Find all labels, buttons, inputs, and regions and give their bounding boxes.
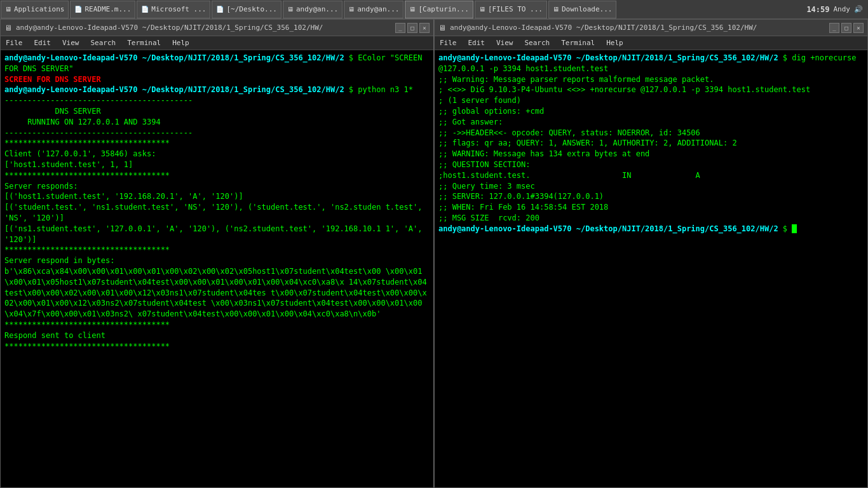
terminal-line: Client ('127.0.0.1', 35846) asks: — [4, 149, 430, 159]
taskbar-item-download[interactable]: 🖥 Downloade... — [548, 1, 616, 18]
left-titlebar-buttons: _ □ ✕ — [395, 23, 430, 33]
terminal-line: ;; Got answer: — [438, 117, 864, 128]
left-menu-search[interactable]: Search — [88, 39, 119, 47]
file-icon-3: 📄 — [216, 6, 224, 13]
left-terminal-menubar: File Edit View Search Terminal Help — [1, 36, 433, 50]
left-terminal-content[interactable]: andy@andy-Lenovo-Ideapad-V570 ~/Desktop/… — [1, 50, 433, 487]
right-terminal-icon: 🖥 — [438, 24, 446, 32]
taskbar-label-2: Microsoft ... — [151, 5, 206, 13]
applications-label: Applications — [14, 5, 64, 13]
file-icon-2: 📄 — [141, 6, 149, 13]
right-terminal-menubar: File Edit View Search Terminal Help — [435, 36, 867, 50]
taskbar-apps: 🖥 Applications 📄 README.m... 📄 Microsoft… — [0, 0, 801, 19]
right-menu-view[interactable]: View — [494, 39, 516, 47]
taskbar-system-tray: 14:59 Andy 🔊 — [801, 5, 868, 14]
taskbar: 🖥 Applications 📄 README.m... 📄 Microsoft… — [0, 0, 868, 19]
taskbar-label-6: [Capturin... — [418, 5, 468, 13]
taskbar-item-microsoft[interactable]: 📄 Microsoft ... — [137, 1, 210, 18]
terminal-line: [('host1.student.test', '192.168.20.1', … — [4, 191, 430, 202]
terminal-line: ;; SERVER: 127.0.0.1#3394(127.0.0.1) — [438, 191, 864, 202]
taskbar-item-readme[interactable]: 📄 README.m... — [70, 1, 135, 18]
taskbar-label-1: README.m... — [85, 5, 131, 13]
terminal-line: ;; WHEN: Fri Feb 16 14:58:54 EST 2018 — [438, 202, 864, 213]
left-close-btn[interactable]: ✕ — [419, 23, 430, 33]
terminal-line: ************************************ — [4, 341, 430, 352]
taskbar-item-terminal2[interactable]: 🖥 andy@an... — [344, 1, 403, 18]
left-menu-help[interactable]: Help — [170, 39, 192, 47]
right-close-btn[interactable]: ✕ — [853, 23, 864, 33]
terminal-icon-2: 🖥 — [348, 6, 355, 13]
right-menu-search[interactable]: Search — [522, 39, 553, 47]
right-terminal-titlebar: 🖥 andy@andy-Lenovo-Ideapad-V570 ~/Deskto… — [435, 20, 867, 36]
left-menu-terminal[interactable]: Terminal — [125, 39, 163, 47]
left-terminal-icon: 🖥 — [4, 24, 12, 32]
terminal-line: ; <<>> DiG 9.10.3-P4-Ubuntu <<>> +norecu… — [438, 85, 864, 95]
terminal-line: ;; Query time: 3 msec — [438, 181, 864, 192]
terminal-line: Server responds: — [4, 181, 430, 192]
right-minimize-btn[interactable]: _ — [829, 23, 839, 33]
terminal-icon-3: 🖥 — [409, 6, 416, 13]
terminal-line: ----------------------------------------… — [4, 95, 430, 106]
terminal-line: ['host1.student.test', 1, 1] — [4, 159, 430, 170]
left-terminal-title: andy@andy-Lenovo-Ideapad-V570 ~/Desktop/… — [16, 24, 395, 32]
terminal-line: ************************************ — [4, 245, 430, 255]
right-maximize-btn[interactable]: □ — [841, 23, 851, 33]
taskbar-label-4: andy@an... — [296, 5, 338, 13]
terminal-line: ----------------------------------------… — [4, 128, 430, 139]
right-menu-help[interactable]: Help — [604, 39, 626, 47]
main-area: 🖥 andy@andy-Lenovo-Ideapad-V570 ~/Deskto… — [0, 19, 868, 488]
file-icon-1: 📄 — [74, 6, 82, 13]
volume-icon[interactable]: 🔊 — [854, 5, 863, 13]
right-menu-edit[interactable]: Edit — [466, 39, 488, 47]
right-menu-terminal[interactable]: Terminal — [559, 39, 597, 47]
right-menu-file[interactable]: File — [437, 39, 459, 47]
terminal-line: ; (1 server found) — [438, 95, 864, 106]
terminal-line: andy@andy-Lenovo-Ideapad-V570 ~/Desktop/… — [4, 85, 430, 95]
terminal-line: RUNNING ON 127.0.0.1 AND 3394 — [4, 117, 430, 128]
user-display: Andy — [834, 5, 851, 13]
right-titlebar-buttons: _ □ ✕ — [829, 23, 864, 33]
terminal-line: ;; ->>HEADER<<- opcode: QUERY, status: N… — [438, 128, 864, 139]
taskbar-item-capturing[interactable]: 🖥 [Capturin... — [405, 1, 473, 18]
applications-menu[interactable]: 🖥 Applications — [1, 1, 69, 18]
taskbar-item-terminal1[interactable]: 🖥 andy@an... — [283, 1, 342, 18]
terminal-line: ************************************ — [4, 170, 430, 181]
left-menu-edit[interactable]: Edit — [32, 39, 54, 47]
terminal-line: ;; WARNING: Message has 134 extra bytes … — [438, 149, 864, 159]
time-display: 14:59 — [806, 5, 829, 14]
taskbar-item-files[interactable]: 🖥 [FILES TO ... — [475, 1, 547, 18]
left-menu-file[interactable]: File — [3, 39, 25, 47]
terminal-icon-1: 🖥 — [287, 6, 294, 13]
taskbar-label-5: andy@an... — [357, 5, 399, 13]
terminal-line: Server respond in bytes: — [4, 255, 430, 266]
terminal-line: DNS SERVER — [4, 106, 430, 117]
terminal-line: ;; flags: qr aa; QUERY: 1, ANSWER: 1, AU… — [438, 138, 864, 149]
terminal-line: ;; global options: +cmd — [438, 106, 864, 117]
terminal-line: ************************************ — [4, 320, 430, 330]
left-menu-view[interactable]: View — [60, 39, 82, 47]
taskbar-item-desktop[interactable]: 📄 [~/Deskto... — [212, 1, 281, 18]
left-maximize-btn[interactable]: □ — [407, 23, 417, 33]
terminal-line: andy@andy-Lenovo-Ideapad-V570 ~/Desktop/… — [438, 224, 864, 234]
right-terminal-content[interactable]: andy@andy-Lenovo-Ideapad-V570 ~/Desktop/… — [435, 50, 867, 487]
terminal-line: ;; MSG SIZE rcvd: 200 — [438, 213, 864, 224]
terminal-line: ;host1.student.test. IN A — [438, 170, 864, 181]
right-terminal-title: andy@andy-Lenovo-Ideapad-V570 ~/Desktop/… — [450, 24, 829, 32]
terminal-line: ;; Warning: Message parser reports malfo… — [438, 74, 864, 85]
taskbar-label-7: [FILES TO ... — [488, 5, 543, 13]
terminal-line: andy@andy-Lenovo-Ideapad-V570 ~/Desktop/… — [4, 53, 430, 74]
terminal-icon-5: 🖥 — [553, 6, 559, 13]
terminal-line: b'\x86\xca\x84\x00\x00\x01\x00\x01\x00\x… — [4, 266, 430, 320]
right-terminal: 🖥 andy@andy-Lenovo-Ideapad-V570 ~/Deskto… — [434, 19, 868, 488]
terminal-icon-4: 🖥 — [479, 6, 485, 13]
left-minimize-btn[interactable]: _ — [395, 23, 405, 33]
terminal-cursor — [792, 224, 797, 233]
taskbar-label-8: Downloade... — [562, 5, 612, 13]
terminal-line: Respond sent to client — [4, 330, 430, 341]
terminal-line: andy@andy-Lenovo-Ideapad-V570 ~/Desktop/… — [438, 53, 864, 74]
terminal-line: ;; QUESTION SECTION: — [438, 159, 864, 170]
taskbar-label-3: [~/Deskto... — [226, 5, 276, 13]
terminal-line: [('student.test.', 'ns1.student.test', '… — [4, 202, 430, 224]
terminal-line: SCREEN FOR DNS SERVER — [4, 74, 430, 85]
left-terminal: 🖥 andy@andy-Lenovo-Ideapad-V570 ~/Deskto… — [0, 19, 434, 488]
